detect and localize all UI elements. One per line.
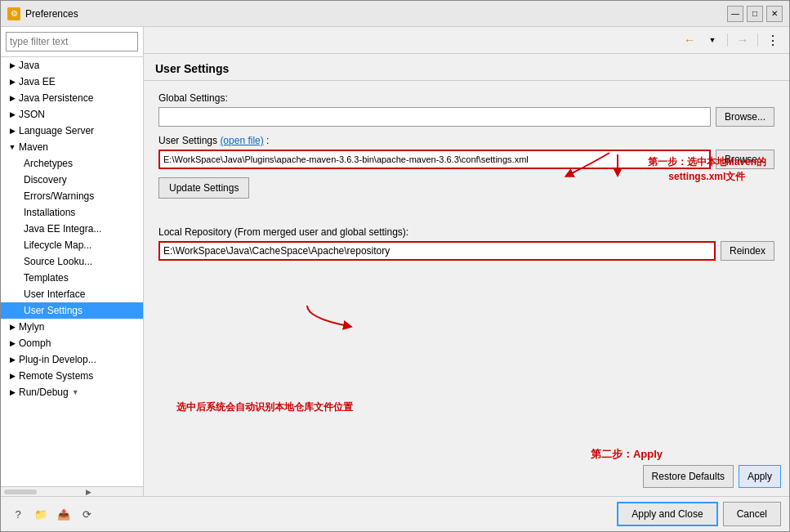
user-settings-section: User Settings (open file) : Browse... <box>158 135 774 169</box>
preferences-window: ⚙ Preferences — □ ✕ ▶ Java ▶ Java EE <box>0 0 790 532</box>
window-title: Preferences <box>25 8 727 20</box>
sidebar: ▶ Java ▶ Java EE ▶ Java Persistence ▶ JS… <box>1 27 144 496</box>
expand-arrow: ▶ <box>7 77 17 87</box>
sidebar-item-label: Maven <box>19 141 48 153</box>
right-panel: ← ▼ → ⋮ User Settings Global Settings: <box>144 27 789 496</box>
search-input[interactable] <box>6 32 138 51</box>
sidebar-item-lifecycle-map[interactable]: Lifecycle Map... <box>1 237 143 253</box>
sidebar-item-label: Run/Debug <box>19 387 69 398</box>
panel-body: Global Settings: Browse... User Settings… <box>144 81 789 496</box>
sidebar-item-user-interface[interactable]: User Interface <box>1 286 143 302</box>
more-options-button[interactable]: ⋮ <box>763 30 783 50</box>
expand-arrow: ▶ <box>7 110 17 119</box>
reindex-button[interactable]: Reindex <box>721 241 774 261</box>
panel-header: User Settings <box>144 54 789 81</box>
search-box <box>1 27 143 57</box>
user-settings-input[interactable] <box>158 150 711 169</box>
expand-arrow: ▶ <box>7 355 17 364</box>
sidebar-item-label: Java EE <box>19 76 56 87</box>
sidebar-item-errors-warnings[interactable]: Errors/Warnings <box>1 188 143 204</box>
annotation-note: 选中后系统会自动识别本地仓库文件位置 <box>176 400 353 414</box>
help-icon[interactable]: ? <box>9 505 27 523</box>
sidebar-item-label: Errors/Warnings <box>24 190 94 202</box>
main-content: ▶ Java ▶ Java EE ▶ Java Persistence ▶ JS… <box>1 27 789 496</box>
sidebar-item-java-ee[interactable]: ▶ Java EE <box>1 74 143 90</box>
sidebar-item-archetypes[interactable]: Archetypes <box>1 155 143 172</box>
maximize-button[interactable]: □ <box>747 6 763 22</box>
sidebar-item-remote-systems[interactable]: ▶ Remote Systems <box>1 368 143 384</box>
expand-arrow: ▶ <box>7 371 17 381</box>
update-settings-section: Update Settings <box>158 177 774 212</box>
sidebar-item-java-ee-integra[interactable]: Java EE Integra... <box>1 221 143 237</box>
separator2 <box>757 34 758 47</box>
folder-icon[interactable]: 📁 <box>32 505 50 523</box>
sidebar-item-label: User Interface <box>24 288 85 300</box>
sidebar-item-maven[interactable]: ▼ Maven <box>1 139 143 155</box>
update-settings-button[interactable]: Update Settings <box>158 177 249 199</box>
refresh-icon[interactable]: ⟳ <box>78 505 96 523</box>
expand-arrow: ▶ <box>7 338 17 348</box>
sidebar-hscroll[interactable]: ▶ <box>1 486 143 496</box>
expand-arrow: ▶ <box>7 126 17 136</box>
dropdown-button[interactable]: ▼ <box>703 30 722 50</box>
sidebar-item-json[interactable]: ▶ JSON <box>1 106 143 123</box>
scroll-indicator: ▼ <box>72 388 79 396</box>
restore-defaults-button[interactable]: Restore Defaults <box>643 465 734 488</box>
sidebar-item-label: Language Server <box>19 125 94 136</box>
global-settings-label: Global Settings: <box>158 92 774 104</box>
sidebar-item-label: Remote Systems <box>19 370 93 382</box>
sidebar-item-language-server[interactable]: ▶ Language Server <box>1 123 143 139</box>
local-repo-label: Local Repository (From merged user and g… <box>158 226 774 238</box>
tree-container: ▶ Java ▶ Java EE ▶ Java Persistence ▶ JS… <box>1 57 143 486</box>
expand-arrow: ▼ <box>7 142 17 152</box>
sidebar-item-label: Java <box>19 60 39 71</box>
apply-button[interactable]: Apply <box>739 465 781 488</box>
sidebar-item-label: Archetypes <box>24 158 73 169</box>
sidebar-item-user-settings[interactable]: User Settings <box>1 302 143 319</box>
sidebar-item-oomph[interactable]: ▶ Oomph <box>1 335 143 351</box>
expand-arrow: ▶ <box>7 60 17 70</box>
forward-button[interactable]: → <box>733 30 752 50</box>
local-repo-section: Local Repository (From merged user and g… <box>158 226 774 261</box>
window-controls: — □ ✕ <box>727 6 783 22</box>
sidebar-item-label: Discovery <box>24 174 67 186</box>
back-button[interactable]: ← <box>680 30 699 50</box>
annotation-step2: 第二步：Apply <box>591 447 663 462</box>
user-browse-button[interactable]: Browse... <box>716 150 774 169</box>
sidebar-item-label: Java Persistence <box>19 92 93 104</box>
open-file-link[interactable]: (open file) <box>220 135 263 146</box>
sidebar-item-run-debug[interactable]: ▶ Run/Debug ▼ <box>1 384 143 400</box>
local-repo-input[interactable] <box>158 241 716 261</box>
bottom-buttons: Apply and Close Cancel <box>617 502 781 526</box>
sidebar-item-java-persistence[interactable]: ▶ Java Persistence <box>1 90 143 106</box>
separator <box>727 34 728 47</box>
bottom-icons: ? 📁 📤 ⟳ <box>9 505 96 523</box>
sidebar-item-label: Lifecycle Map... <box>24 239 91 251</box>
global-settings-row: Browse... <box>158 107 774 127</box>
global-settings-input[interactable] <box>158 107 711 127</box>
global-browse-button[interactable]: Browse... <box>716 107 774 127</box>
app-icon: ⚙ <box>7 7 20 20</box>
user-settings-label: User Settings (open file) : <box>158 135 774 146</box>
apply-close-button[interactable]: Apply and Close <box>617 502 717 526</box>
sidebar-item-templates[interactable]: Templates <box>1 270 143 286</box>
hscroll-thumb <box>4 490 37 494</box>
sidebar-item-discovery[interactable]: Discovery <box>1 172 143 188</box>
sidebar-item-label: Oomph <box>19 338 51 349</box>
expand-arrow: ▶ <box>7 387 17 397</box>
panel-toolbar: ← ▼ → ⋮ <box>144 27 789 54</box>
minimize-button[interactable]: — <box>727 6 743 22</box>
sidebar-item-java[interactable]: ▶ Java <box>1 57 143 74</box>
close-button[interactable]: ✕ <box>766 6 783 22</box>
global-settings-section: Global Settings: Browse... <box>158 92 774 127</box>
sidebar-item-installations[interactable]: Installations <box>1 204 143 221</box>
sidebar-item-plug-in-develop[interactable]: ▶ Plug-in Develop... <box>1 351 143 368</box>
sidebar-item-label: Source Looku... <box>24 256 92 267</box>
sidebar-item-label: Java EE Integra... <box>24 223 101 235</box>
sidebar-item-source-looku[interactable]: Source Looku... <box>1 253 143 270</box>
expand-arrow: ▶ <box>7 322 17 332</box>
cancel-button[interactable]: Cancel <box>723 502 781 526</box>
sidebar-item-label: JSON <box>19 109 45 120</box>
sidebar-item-mylyn[interactable]: ▶ Mylyn <box>1 319 143 335</box>
export-icon[interactable]: 📤 <box>55 505 73 523</box>
